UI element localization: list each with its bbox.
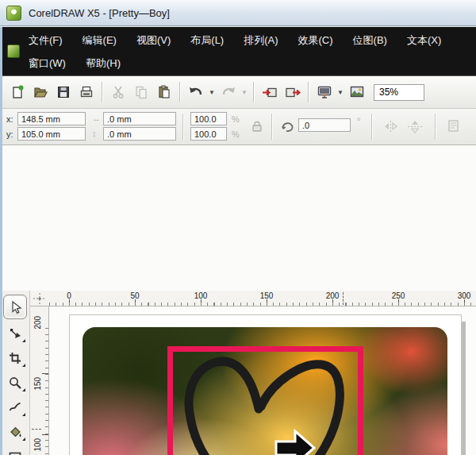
rectangle-tool[interactable] xyxy=(3,445,27,455)
object-height-icon: ↕ xyxy=(92,129,97,138)
menu-edit[interactable]: 编辑(E) xyxy=(83,33,117,48)
open-icon xyxy=(33,84,48,100)
smart-fill-tool[interactable] xyxy=(3,421,27,442)
shape-tool-icon xyxy=(8,326,22,341)
import-icon xyxy=(261,84,278,100)
cursor-position-marker xyxy=(32,429,41,430)
cut-button[interactable] xyxy=(107,81,129,103)
freehand-tool-icon xyxy=(8,400,22,415)
import-button[interactable] xyxy=(259,81,280,103)
welcome-screen-button[interactable] xyxy=(346,81,367,103)
drawing-canvas[interactable]: © Pretty—Boy jb51.net 脚本之家 xyxy=(49,307,476,455)
hruler-label: 0 xyxy=(67,291,71,300)
print-button[interactable] xyxy=(75,81,97,103)
copy-icon xyxy=(133,84,149,100)
lock-ratio-icon[interactable] xyxy=(250,119,264,133)
object-width-icon: ↔ xyxy=(92,114,101,123)
hruler-label: 250 xyxy=(392,291,405,300)
menu-effects[interactable]: 效果(C) xyxy=(298,33,333,48)
shape-tool[interactable] xyxy=(3,322,27,344)
redo-button[interactable] xyxy=(217,81,239,103)
welcome-screen-icon xyxy=(348,84,366,100)
pick-tool-icon xyxy=(8,300,22,314)
menu-bitmaps[interactable]: 位图(B) xyxy=(353,33,387,48)
copy-button[interactable] xyxy=(130,81,152,103)
redo-icon xyxy=(220,84,237,100)
window-border xyxy=(0,27,2,455)
toolbar-separator xyxy=(253,82,254,102)
coreldraw-window: CorelDRAW X5 - [Pretty—Boy] 文件(F) 编辑(E) … xyxy=(0,0,476,455)
freehand-tool[interactable] xyxy=(3,396,27,418)
flyout-arrow xyxy=(22,413,25,416)
crop-tool[interactable] xyxy=(3,347,27,368)
hruler-label: 50 xyxy=(130,291,139,300)
menu-file[interactable]: 文件(F) xyxy=(29,33,63,48)
menu-row-2: 窗口(W) 帮助(H) xyxy=(29,56,121,71)
zoom-tool[interactable] xyxy=(3,372,27,393)
mirror-vertical-icon[interactable] xyxy=(406,119,424,133)
mirror-horizontal-icon[interactable] xyxy=(382,119,400,133)
flyout-arrow xyxy=(22,364,25,367)
export-icon xyxy=(284,84,301,100)
menu-help[interactable]: 帮助(H) xyxy=(86,56,121,71)
export-button[interactable] xyxy=(282,81,303,103)
undo-dropdown-arrow[interactable]: ▼ xyxy=(208,81,216,103)
y-label: y: xyxy=(6,129,13,139)
rose-photo-object[interactable]: © Pretty—Boy xyxy=(83,327,447,455)
redo-dropdown-arrow[interactable]: ▼ xyxy=(240,81,248,103)
scale-x-input[interactable] xyxy=(190,112,227,125)
menu-view[interactable]: 视图(V) xyxy=(136,33,171,48)
open-button[interactable] xyxy=(29,81,51,103)
property-bar: x: y: ↔ ↕ % % ° xyxy=(0,109,476,145)
ruler-origin-icon[interactable] xyxy=(32,291,48,306)
hruler-label: 300 xyxy=(458,291,471,300)
x-label: x: xyxy=(6,114,13,124)
coreldraw-app-icon xyxy=(6,6,21,21)
heart-outline-object[interactable] xyxy=(189,361,340,455)
new-document-icon xyxy=(10,84,25,100)
propbar-separator xyxy=(371,114,372,140)
toolbar-separator xyxy=(102,82,102,102)
document-page[interactable]: © Pretty—Boy xyxy=(69,314,462,455)
print-icon xyxy=(79,84,94,100)
cursor-position-marker xyxy=(343,292,344,305)
object-width-input[interactable] xyxy=(103,112,176,125)
menu-text[interactable]: 文本(X) xyxy=(407,33,441,48)
zoom-level-input[interactable] xyxy=(374,84,424,101)
horizontal-ruler[interactable]: 0 50 100 150 200 250 300 xyxy=(30,291,476,307)
y-position-input[interactable] xyxy=(17,127,86,141)
black-arrow-object[interactable] xyxy=(276,431,314,455)
launcher-dropdown-arrow[interactable]: ▼ xyxy=(336,81,344,103)
application-launcher-button[interactable] xyxy=(313,81,335,103)
hruler-ticks xyxy=(30,291,476,306)
basic-properties-icon[interactable] xyxy=(446,118,462,134)
percent-sign-x: % xyxy=(232,114,240,124)
degree-sign: ° xyxy=(357,116,360,125)
vertical-ruler[interactable]: 200 150 100 50 0 xyxy=(30,307,49,455)
flyout-arrow xyxy=(22,339,25,342)
object-height-input[interactable] xyxy=(103,127,176,141)
application-launcher-icon xyxy=(316,84,333,100)
vruler-label: 100 xyxy=(33,441,42,452)
propbar-separator xyxy=(271,114,272,140)
pick-tool[interactable] xyxy=(3,295,27,319)
standard-toolbar: ▼ ▼ xyxy=(0,75,476,109)
menu-arrange[interactable]: 排列(A) xyxy=(244,33,278,48)
menu-window[interactable]: 窗口(W) xyxy=(29,56,66,71)
flyout-arrow xyxy=(22,438,25,441)
hruler-label: 200 xyxy=(326,291,340,300)
rotate-icon xyxy=(279,119,295,133)
menu-bar: 文件(F) 编辑(E) 视图(V) 布局(L) 排列(A) 效果(C) 位图(B… xyxy=(0,27,476,75)
document-app-icon xyxy=(7,44,20,58)
new-document-button[interactable] xyxy=(6,81,28,103)
save-button[interactable] xyxy=(52,81,74,103)
toolbar-separator xyxy=(179,82,180,102)
menu-layout[interactable]: 布局(L) xyxy=(190,33,224,48)
undo-button[interactable] xyxy=(185,81,206,103)
paste-button[interactable] xyxy=(153,81,175,103)
vruler-label: 150 xyxy=(33,380,42,391)
rotation-angle-input[interactable] xyxy=(298,118,351,132)
scale-y-input[interactable] xyxy=(190,127,227,141)
toolbar-separator xyxy=(308,82,309,102)
x-position-input[interactable] xyxy=(17,112,86,125)
